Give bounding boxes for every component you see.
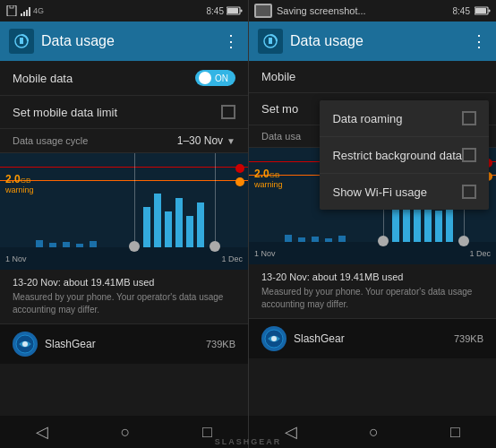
right-bar-5 — [338, 236, 346, 242]
right-home-button[interactable]: ○ — [369, 423, 379, 442]
battery-icon — [227, 6, 243, 15]
mobile-data-label: Mobile data — [13, 72, 73, 85]
cycle-value: 1–30 Nov ▼ — [177, 134, 235, 147]
svg-rect-15 — [269, 38, 272, 39]
svg-point-17 — [271, 336, 277, 341]
svg-rect-14 — [269, 39, 272, 44]
dropdown-data-roaming[interactable]: Data roaming — [320, 100, 489, 137]
sim-icon — [5, 5, 18, 16]
cycle-date: 1–30 Nov — [177, 134, 223, 147]
set-limit-checkbox[interactable] — [221, 105, 235, 119]
set-limit-row[interactable]: Set mobile data limit — [0, 96, 248, 129]
bar-1 — [36, 240, 43, 247]
right-app-header: Data usage ⋮ — [249, 22, 496, 61]
right-recent-button[interactable]: □ — [450, 423, 460, 442]
right-status-bar: Saving screenshot... 8:45 — [249, 0, 496, 22]
left-info-section: 13-20 Nov: about 19.41MB used Measured b… — [0, 270, 248, 323]
bar-highlight-5 — [186, 216, 193, 247]
data-roaming-label: Data roaming — [332, 112, 402, 125]
slider-dot-left[interactable] — [129, 241, 140, 252]
svg-rect-12 — [475, 8, 486, 13]
restrict-background-checkbox[interactable] — [462, 148, 476, 162]
left-app-name: SlashGear — [45, 338, 96, 350]
bar-5 — [90, 241, 97, 247]
slashgear-icon — [13, 332, 38, 357]
svg-point-9 — [22, 341, 28, 347]
right-panel: Saving screenshot... 8:45 Data usage ⋮ — [248, 0, 496, 448]
svg-rect-1 — [10, 5, 13, 8]
toggle-knob — [199, 72, 211, 84]
bar-highlight-4 — [175, 198, 183, 247]
screenshot-icon — [254, 4, 272, 18]
right-header-left: Data usage — [258, 29, 363, 54]
right-battery-icon — [475, 6, 491, 15]
right-app-row-left: SlashGear — [261, 326, 345, 351]
right-data-usage-icon — [258, 29, 283, 54]
show-wifi-checkbox[interactable] — [462, 185, 476, 199]
left-app-size: 739KB — [206, 339, 235, 349]
vline-1 — [134, 153, 135, 247]
set-limit-label: Set mobile data limit — [13, 106, 117, 119]
left-info-secondary: Measured by your phone. Your operator's … — [13, 291, 235, 316]
status-time: 8:45 — [207, 6, 224, 16]
chart-bars — [0, 153, 248, 247]
right-set-limit-label: Set mo — [261, 102, 298, 116]
data-icon-svg — [13, 33, 30, 49]
vline-2 — [215, 153, 216, 247]
right-app-row[interactable]: SlashGear 739KB — [249, 318, 496, 358]
left-header-title: Data usage — [41, 33, 115, 49]
cycle-label: Data usage cycle — [13, 135, 88, 146]
right-info-secondary: Measured by your phone. Your operator's … — [261, 286, 483, 311]
right-bar-h-5 — [435, 211, 442, 242]
right-back-button[interactable]: ◁ — [285, 422, 297, 442]
right-bar-1 — [285, 235, 292, 242]
right-slashgear-icon — [261, 326, 286, 351]
right-app-name: SlashGear — [294, 332, 345, 345]
left-content: Mobile data ON Set mobile data limit Dat… — [0, 61, 248, 416]
left-overflow-button[interactable]: ⋮ — [223, 31, 239, 51]
right-chart-date-start: 1 Nov — [254, 249, 276, 258]
right-bar-h-3 — [414, 206, 421, 242]
left-status-bar: 4G 8:45 — [0, 0, 248, 22]
right-overflow-button[interactable]: ⋮ — [471, 31, 487, 51]
left-home-button[interactable]: ○ — [121, 423, 131, 442]
left-recent-button[interactable]: □ — [202, 423, 212, 442]
app-row-left: SlashGear — [13, 332, 96, 357]
right-slider-dot-right[interactable] — [458, 236, 469, 246]
dropdown-show-wifi[interactable]: Show Wi-Fi usage — [320, 174, 489, 210]
saving-text: Saving screenshot... — [277, 5, 366, 16]
mobile-data-toggle[interactable]: ON — [195, 70, 235, 86]
svg-rect-6 — [20, 39, 23, 44]
show-wifi-label: Show Wi-Fi usage — [332, 185, 426, 199]
right-info-section: 13-20 Nov: about 19.41MB used Measured b… — [249, 264, 496, 318]
slider-dot-right[interactable] — [210, 241, 220, 252]
left-back-button[interactable]: ◁ — [36, 422, 48, 442]
right-info-primary: 13-20 Nov: about 19.41MB used — [261, 271, 483, 282]
right-chart-date-bar: 1 Nov 1 Dec — [249, 242, 496, 264]
right-mobile-data-row: Mobile — [249, 61, 496, 93]
bar-highlight-3 — [165, 211, 172, 247]
dropdown-restrict-background[interactable]: Restrict background data — [320, 137, 489, 174]
chart-date-start: 1 Nov — [5, 254, 27, 263]
dropdown-menu: Data roaming Restrict background data Sh… — [320, 100, 489, 210]
cycle-row[interactable]: Data usage cycle 1–30 Nov ▼ — [0, 129, 248, 153]
data-usage-icon — [9, 29, 34, 54]
left-app-row[interactable]: SlashGear 739KB — [0, 323, 248, 364]
left-app-header: Data usage ⋮ — [0, 22, 248, 61]
mobile-data-row: Mobile data ON — [0, 61, 248, 96]
right-chart-date-end: 1 Dec — [469, 249, 491, 258]
bar-highlight-1 — [143, 207, 150, 247]
data-roaming-checkbox[interactable] — [462, 111, 476, 125]
svg-rect-3 — [241, 10, 243, 13]
cycle-chevron: ▼ — [227, 136, 235, 146]
header-left: Data usage — [9, 29, 115, 54]
svg-rect-11 — [489, 10, 491, 13]
right-slider-dot-left[interactable] — [378, 236, 389, 246]
left-info-primary: 13-20 Nov: about 19.41MB used — [13, 277, 235, 288]
sg-icon-svg — [15, 334, 35, 354]
right-header-title: Data usage — [290, 33, 363, 49]
chart-date-end: 1 Dec — [221, 254, 243, 263]
right-content: Mobile Set mo Data usa Data roaming Rest… — [249, 61, 496, 416]
right-status-time: 8:45 — [453, 6, 470, 16]
network-type: 4G — [33, 6, 44, 15]
